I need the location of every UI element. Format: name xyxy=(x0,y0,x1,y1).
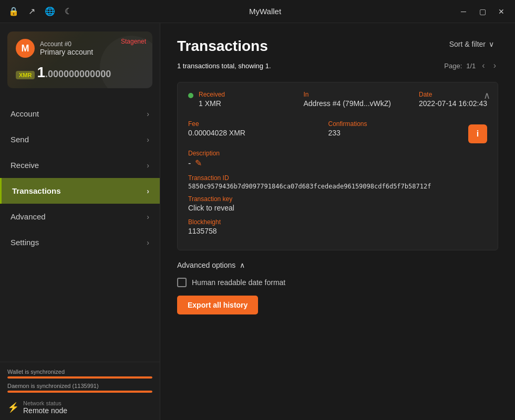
tx-date-label: Date xyxy=(419,91,487,98)
tx-fee-value: 0.00004028 XMR xyxy=(188,129,320,137)
globe-icon[interactable]: 🌐 xyxy=(45,6,55,16)
wallet-header: M Account #0 Primary account xyxy=(16,39,144,58)
export-icon[interactable]: ↗ xyxy=(28,6,35,16)
advanced-toggle[interactable]: Advanced options ∧ xyxy=(177,261,498,269)
tx-in-field: In Address #4 (79Md...vWkZ) xyxy=(304,91,411,108)
chevron-down-icon: ∨ xyxy=(489,40,494,48)
pagination-label: Page: xyxy=(444,62,462,70)
nav-transactions-label: Transactions xyxy=(12,186,61,195)
app-title: MyWallet xyxy=(249,7,281,16)
chevron-right-icon: › xyxy=(147,213,149,221)
nav-account[interactable]: Account › xyxy=(0,101,160,127)
tx-confirmations-label: Confirmations xyxy=(328,120,460,128)
wallet-sync-fill xyxy=(7,376,152,379)
wallet-sync-bar xyxy=(7,376,152,379)
account-name: Primary account xyxy=(40,48,93,56)
content-area: Transactions Sort & filter ∨ 1 transacti… xyxy=(160,23,515,420)
pagination-controls: Page: 1/1 ‹ › xyxy=(444,60,498,71)
tx-type-amount: 1 XMR xyxy=(199,99,225,108)
network-text: Network status Remote node xyxy=(23,400,67,415)
balance-amount: 1.000000000000 xyxy=(37,64,111,81)
tx-top-row: Received 1 XMR In Address #4 (79Md...vWk… xyxy=(188,91,487,114)
tx-id-value: 5850c9579436b7d9097791846ca07d683fcedead… xyxy=(188,183,487,190)
nav-list: Account › Send › Receive › Transactions … xyxy=(0,97,160,362)
daemon-sync-label: Daemon is synchronized (1135991) xyxy=(7,383,152,389)
nav-settings-label: Settings xyxy=(11,238,39,247)
transaction-card: ∧ Received 1 XMR In Address #4 (79Md...v… xyxy=(177,82,498,250)
tx-confirmations-field: Confirmations 233 xyxy=(328,120,460,137)
description-value: - xyxy=(188,159,191,168)
transaction-count: 1 transactions total, showing 1. xyxy=(177,62,271,70)
advanced-options-label: Advanced options xyxy=(177,261,235,269)
tx-blockheight-label: Blockheight xyxy=(188,218,487,226)
sidebar-bottom: Wallet is synchronized Daemon is synchro… xyxy=(0,362,160,420)
network-label: Network status xyxy=(23,400,67,406)
tx-type-label: Received xyxy=(199,91,225,98)
count-highlight: 1 xyxy=(265,62,269,70)
tx-description-label: Description xyxy=(188,150,487,157)
xmr-label: XMR xyxy=(16,71,35,79)
chevron-right-icon: › xyxy=(147,110,149,118)
wallet-card: M Account #0 Primary account Stagenet XM… xyxy=(7,32,152,88)
export-history-button[interactable]: Export all history xyxy=(177,296,258,314)
date-format-label: Human readable date format xyxy=(192,278,285,287)
tx-description-field: Description - ✎ xyxy=(188,150,487,168)
info-button[interactable]: i xyxy=(468,124,487,143)
status-dot xyxy=(188,93,193,98)
edit-icon[interactable]: ✎ xyxy=(195,158,202,168)
monero-logo: M xyxy=(16,39,35,58)
tx-id-label: Transaction ID xyxy=(188,174,487,182)
moon-icon[interactable]: ☾ xyxy=(65,6,72,16)
wallet-sync-status: Wallet is synchronized xyxy=(7,369,152,379)
nav-settings[interactable]: Settings › xyxy=(0,229,160,255)
titlebar: 🔒 ↗ 🌐 ☾ MyWallet ─ ▢ ✕ xyxy=(0,0,515,23)
account-number: Account #0 xyxy=(40,40,93,48)
balance-integer: 1 xyxy=(37,64,45,80)
nav-transactions[interactable]: Transactions › xyxy=(0,178,160,204)
nav-send[interactable]: Send › xyxy=(0,127,160,152)
sort-filter-button[interactable]: Sort & filter ∨ xyxy=(445,38,498,50)
tx-key-field: Transaction key Click to reveal xyxy=(188,195,487,212)
chevron-right-icon: › xyxy=(147,135,149,144)
tx-in-value: Address #4 (79Md...vWkZ) xyxy=(304,99,411,108)
sidebar: M Account #0 Primary account Stagenet XM… xyxy=(0,23,160,420)
pagination-next[interactable]: › xyxy=(491,60,498,71)
tx-id-row: Transaction ID 5850c9579436b7d9097791846… xyxy=(188,174,487,190)
tx-key-label: Transaction key xyxy=(188,195,487,203)
nav-send-label: Send xyxy=(11,135,29,144)
tx-blockheight-field: Blockheight 1135758 xyxy=(188,218,487,235)
nav-account-label: Account xyxy=(11,109,39,118)
minimize-button[interactable]: ─ xyxy=(458,6,469,17)
chevron-right-icon: › xyxy=(147,161,149,170)
window-controls: ─ ▢ ✕ xyxy=(458,6,507,17)
pagination-value: 1/1 xyxy=(466,62,476,70)
content-header: Transactions Sort & filter ∨ xyxy=(177,38,498,55)
nav-advanced-label: Advanced xyxy=(11,212,46,221)
titlebar-left-icons: 🔒 ↗ 🌐 ☾ xyxy=(8,6,72,16)
chevron-right-icon: › xyxy=(147,238,149,247)
balance-decimal: .000000000000 xyxy=(45,69,111,79)
tx-confirmations-value: 233 xyxy=(328,129,460,137)
lock-icon[interactable]: 🔒 xyxy=(8,6,19,16)
page-title: Transactions xyxy=(177,38,268,55)
tx-date-value: 2022-07-14 16:02:43 xyxy=(419,99,487,108)
date-format-checkbox[interactable] xyxy=(177,278,187,287)
tx-date-field: Date 2022-07-14 16:02:43 xyxy=(419,91,487,108)
lightning-icon: ⚡ xyxy=(7,402,19,413)
count-text: 1 transactions total, showing xyxy=(177,62,265,70)
network-status: ⚡ Network status Remote node xyxy=(7,397,152,415)
nav-advanced[interactable]: Advanced › xyxy=(0,204,160,229)
wallet-sync-label: Wallet is synchronized xyxy=(7,369,152,375)
maximize-button[interactable]: ▢ xyxy=(477,6,488,17)
tx-key-value[interactable]: Click to reveal xyxy=(188,204,487,212)
description-row: - ✎ xyxy=(188,158,487,168)
pagination-prev[interactable]: ‹ xyxy=(480,60,487,71)
tx-fee-label: Fee xyxy=(188,120,320,128)
stagenet-badge: Stagenet xyxy=(121,38,146,45)
chevron-right-icon: › xyxy=(147,187,149,195)
nav-receive[interactable]: Receive › xyxy=(0,152,160,178)
collapse-button[interactable]: ∧ xyxy=(483,90,490,101)
close-button[interactable]: ✕ xyxy=(496,6,507,17)
tx-status-col: Received 1 XMR xyxy=(188,91,295,114)
pagination-row: 1 transactions total, showing 1. Page: 1… xyxy=(177,60,498,71)
